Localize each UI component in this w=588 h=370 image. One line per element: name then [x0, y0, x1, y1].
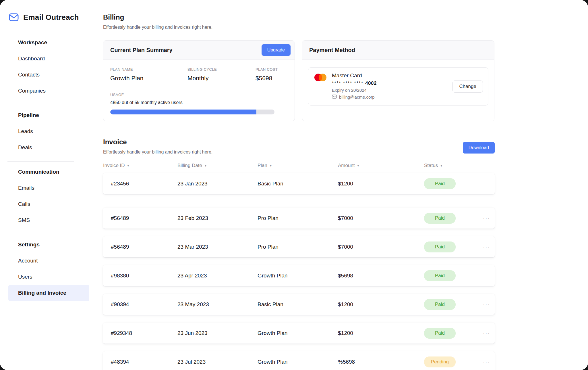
- email-logo-icon: [9, 12, 19, 22]
- sidebar-nav: WorkspaceDashboardContactsCompaniesPipel…: [0, 34, 93, 301]
- column-header-label: Status: [424, 163, 438, 168]
- sidebar-item-contacts[interactable]: Contacts: [8, 67, 89, 83]
- column-header-label: Billing Date: [177, 163, 202, 168]
- amount-cell: $5698: [338, 273, 424, 279]
- billing-email-text: billing@acme.corp: [339, 95, 375, 99]
- card-brand: Master Card: [332, 72, 447, 79]
- column-header-plan[interactable]: Plan▾: [258, 163, 338, 168]
- invoice-row: #92934823 Jun 2023Growth Plan$1200Paid··…: [103, 323, 495, 344]
- usage-text: 4850 out of 5k monthly active users: [110, 100, 288, 105]
- row-menu-ellipsis-icon[interactable]: ···: [483, 359, 490, 365]
- sidebar-item-companies[interactable]: Companies: [8, 83, 89, 99]
- invoice-header: Invoice Effortlessly handle your billing…: [103, 138, 495, 155]
- invoice-id-cell: #929348: [103, 330, 177, 336]
- sidebar-divider: [7, 105, 74, 105]
- invoice-id-cell: #56489: [103, 244, 177, 250]
- row-menu-ellipsis-icon[interactable]: ···: [483, 330, 490, 336]
- usage-progress-bar: [110, 110, 274, 114]
- status-cell: Pending: [424, 356, 483, 367]
- status-cell: Paid: [424, 178, 483, 189]
- status-cell: Paid: [424, 241, 483, 252]
- usage-section: USAGE 4850 out of 5k monthly active user…: [110, 93, 288, 114]
- plan-field-value: $5698: [256, 75, 278, 82]
- card-number-masked: **** **** ****: [332, 80, 363, 86]
- invoice-table: #2345623 Jan 2023Basic Plan$1200Paid···.…: [103, 173, 495, 370]
- plan-cell: Basic Plan: [258, 301, 338, 308]
- sidebar-item-deals[interactable]: Deals: [8, 139, 89, 156]
- status-cell: Paid: [424, 213, 483, 224]
- sidebar-item-dashboard[interactable]: Dashboard: [8, 51, 89, 67]
- payment-card-title: Payment Method: [309, 47, 355, 53]
- row-menu-ellipsis-icon[interactable]: ···: [483, 215, 490, 221]
- sidebar-section-communication: Communication: [0, 164, 93, 180]
- amount-cell: $1200: [338, 181, 424, 187]
- sidebar-item-billing-and-invoice[interactable]: Billing and Invoice: [8, 285, 89, 301]
- column-header-billing-date[interactable]: Billing Date▾: [177, 163, 258, 168]
- payment-method-card: Payment Method: [302, 40, 494, 121]
- sort-icon: ▾: [357, 164, 359, 168]
- invoice-id-cell: #98380: [103, 273, 177, 279]
- upgrade-button[interactable]: Upgrade: [262, 44, 291, 56]
- card-expiry: Expiry on 20/2024: [332, 88, 447, 93]
- sidebar-item-leads[interactable]: Leads: [8, 123, 89, 139]
- invoice-id-cell: #23456: [103, 181, 177, 187]
- invoice-row: #5648923 Mar 2023Pro Plan$7000Paid···: [103, 236, 495, 257]
- column-header-amount[interactable]: Amount▾: [338, 163, 424, 168]
- status-badge: Paid: [424, 328, 456, 339]
- sort-icon: ▾: [127, 164, 129, 168]
- sidebar-item-sms[interactable]: SMS: [8, 212, 89, 228]
- amount-cell: $7000: [338, 215, 424, 221]
- status-badge: Paid: [424, 241, 456, 252]
- payment-card-body: Master Card **** **** **** 4002 Expiry o…: [302, 60, 494, 113]
- column-header-status[interactable]: Status▾: [424, 163, 483, 168]
- mastercard-icon: [314, 73, 327, 83]
- envelope-icon: [332, 95, 337, 99]
- billing-date-cell: 23 Feb 2023: [177, 215, 258, 221]
- row-menu-ellipsis-icon[interactable]: ···: [483, 244, 490, 250]
- plan-cell: Pro Plan: [258, 244, 338, 250]
- row-menu-cell: ···: [483, 359, 495, 365]
- plan-field-plan-cost: PLAN COST$5698: [256, 67, 278, 82]
- status-badge: Paid: [424, 213, 456, 224]
- amount-cell: $7000: [338, 244, 424, 250]
- invoice-row: #2345623 Jan 2023Basic Plan$1200Paid···: [103, 173, 495, 194]
- sort-icon: ▾: [205, 164, 206, 168]
- plan-field-label: PLAN NAME: [110, 67, 187, 72]
- billing-email: billing@acme.corp: [332, 95, 447, 99]
- sidebar-item-calls[interactable]: Calls: [8, 196, 89, 212]
- plan-field-plan-name: PLAN NAMEGrowth Plan: [110, 67, 187, 82]
- sidebar-item-users[interactable]: Users: [8, 269, 89, 285]
- sidebar-item-account[interactable]: Account: [8, 253, 89, 269]
- billing-date-cell: 23 Jun 2023: [177, 330, 258, 336]
- row-menu-ellipsis-icon[interactable]: ···: [483, 273, 490, 279]
- page-subtitle: Effortlessly handle your billing and inv…: [103, 25, 495, 30]
- column-header-invoice-id[interactable]: Invoice ID▾: [103, 163, 177, 168]
- plan-fields: PLAN NAMEGrowth PlanBILLING CYCLEMonthly…: [110, 67, 288, 82]
- plan-card-body: PLAN NAMEGrowth PlanBILLING CYCLEMonthly…: [103, 60, 295, 114]
- current-plan-card: Current Plan Summary Upgrade PLAN NAMEGr…: [103, 40, 295, 121]
- status-cell: Paid: [424, 299, 483, 310]
- invoice-row: #9838023 Apr 2023Growth Plan$5698Paid···: [103, 265, 495, 286]
- column-header-label: Plan: [258, 163, 267, 168]
- usage-label: USAGE: [110, 93, 288, 97]
- rows-gap-ellipsis: ...: [104, 198, 495, 204]
- billing-date-cell: 23 Jul 2023: [177, 359, 258, 365]
- change-payment-button[interactable]: Change: [452, 80, 483, 93]
- card-info: Master Card **** **** **** 4002 Expiry o…: [332, 72, 447, 99]
- amount-cell: $1200: [338, 330, 424, 336]
- sort-icon: ▾: [440, 164, 442, 168]
- sidebar-divider: [7, 234, 74, 234]
- invoice-row: #4839423 Jul 2023Growth Plan%5698Pending…: [103, 351, 495, 370]
- billing-date-cell: 23 Apr 2023: [177, 273, 258, 279]
- invoice-id-cell: #90394: [103, 301, 177, 308]
- row-menu-ellipsis-icon[interactable]: ···: [483, 301, 490, 307]
- sidebar-section-workspace: Workspace: [0, 34, 93, 51]
- row-menu-cell: ···: [483, 215, 495, 221]
- row-menu-ellipsis-icon[interactable]: ···: [483, 181, 490, 187]
- download-button[interactable]: Download: [463, 142, 495, 154]
- sidebar-item-emails[interactable]: Emails: [8, 180, 89, 196]
- status-cell: Paid: [424, 270, 483, 281]
- invoice-row: #9039423 May 2023Basic Plan$1200Paid···: [103, 294, 495, 315]
- invoice-row: #5648923 Feb 2023Pro Plan$7000Paid···: [103, 208, 495, 229]
- plan-cell: Basic Plan: [258, 181, 338, 187]
